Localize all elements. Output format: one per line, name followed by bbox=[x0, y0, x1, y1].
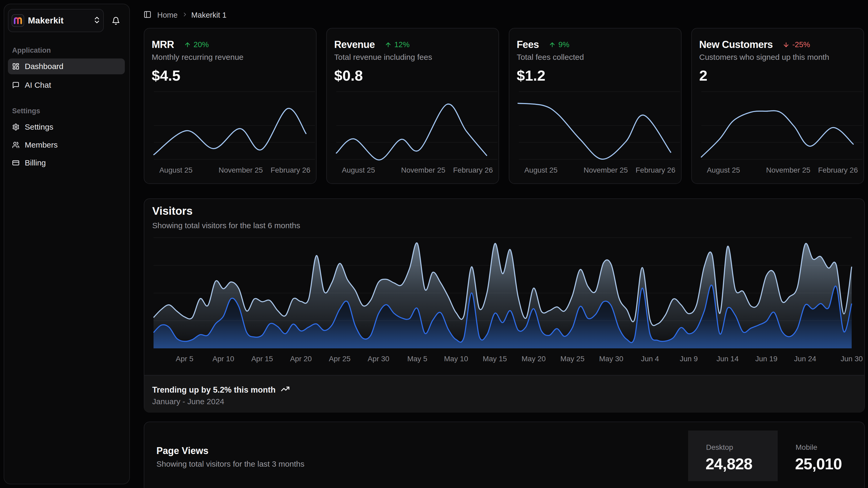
svg-text:May 30: May 30 bbox=[599, 355, 623, 363]
svg-text:February 26: February 26 bbox=[636, 166, 676, 174]
svg-text:February 26: February 26 bbox=[453, 166, 493, 174]
svg-text:May 15: May 15 bbox=[483, 355, 507, 363]
svg-text:Apr 20: Apr 20 bbox=[290, 355, 312, 363]
svg-text:Jun 9: Jun 9 bbox=[680, 355, 698, 363]
svg-text:Apr 10: Apr 10 bbox=[213, 355, 235, 363]
svg-text:August 25: August 25 bbox=[342, 166, 375, 174]
svg-text:Jun 19: Jun 19 bbox=[755, 355, 777, 363]
svg-text:February 26: February 26 bbox=[271, 166, 310, 174]
svg-text:November 25: November 25 bbox=[401, 166, 445, 174]
svg-text:Jun 24: Jun 24 bbox=[794, 355, 816, 363]
svg-text:May 5: May 5 bbox=[407, 355, 427, 363]
svg-text:August 25: August 25 bbox=[707, 166, 740, 174]
svg-text:Apr 15: Apr 15 bbox=[251, 355, 273, 363]
svg-text:August 25: August 25 bbox=[159, 166, 192, 174]
svg-text:May 25: May 25 bbox=[560, 355, 585, 363]
svg-text:November 25: November 25 bbox=[766, 166, 810, 174]
svg-text:Jun 30: Jun 30 bbox=[841, 355, 863, 363]
svg-text:May 20: May 20 bbox=[521, 355, 546, 363]
svg-text:February 26: February 26 bbox=[818, 166, 858, 174]
svg-text:Apr 30: Apr 30 bbox=[368, 355, 390, 363]
svg-text:Apr 5: Apr 5 bbox=[176, 355, 193, 363]
svg-text:Jun 4: Jun 4 bbox=[641, 355, 659, 363]
svg-text:Jun 14: Jun 14 bbox=[717, 355, 739, 363]
svg-text:August 25: August 25 bbox=[524, 166, 558, 174]
svg-text:Apr 25: Apr 25 bbox=[329, 355, 351, 363]
svg-text:May 10: May 10 bbox=[444, 355, 468, 363]
svg-text:November 25: November 25 bbox=[584, 166, 628, 174]
svg-text:November 25: November 25 bbox=[219, 166, 263, 174]
